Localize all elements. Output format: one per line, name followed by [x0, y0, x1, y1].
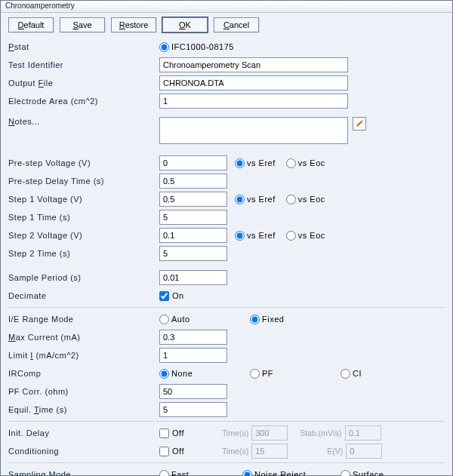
init-delay-stab-input[interactable] [345, 425, 381, 441]
label-equil-time: Equil. Time (s) [8, 405, 159, 414]
ircomp-pf-label: PF [262, 369, 330, 378]
label-ircomp: IRComp [8, 369, 159, 378]
step2-vs-eoc-label: vs Eoc [298, 231, 325, 240]
label-pf-corr: PF Corr. (ohm) [8, 387, 159, 396]
limit-i-input[interactable] [159, 348, 227, 363]
label-sample-period: Sample Period (s) [8, 273, 159, 282]
conditioning-checkbox[interactable] [159, 447, 169, 456]
step1-voltage-input[interactable] [159, 192, 227, 207]
init-delay-time-input[interactable] [251, 425, 288, 441]
default-button[interactable]: Default [8, 17, 54, 32]
sampling-fast-label: Fast [171, 470, 232, 476]
cancel-button[interactable]: Cancel [214, 17, 259, 32]
label-prestep-delay: Pre-step Delay Time (s) [8, 177, 159, 186]
label-pstat: Pstat [8, 42, 159, 51]
ircomp-pf-radio[interactable] [250, 369, 260, 379]
window-title: Chronoamperometry [5, 2, 75, 10]
label-output-file: Output File [8, 78, 159, 88]
step1-vs-eref-radio[interactable] [235, 195, 245, 204]
label-notes: Notes... [8, 117, 159, 126]
conditioning-time-label: Time(s) [222, 447, 248, 456]
decimate-on-label: On [172, 291, 184, 300]
label-init-delay: Init. Delay [8, 428, 159, 438]
step1-vs-eref-label: vs Eref [247, 195, 276, 204]
step1-vs-eoc-radio[interactable] [286, 195, 296, 204]
ircomp-ci-radio[interactable] [341, 369, 350, 379]
label-test-identifier: Test Identifier [8, 60, 159, 69]
sampling-surface-radio[interactable] [341, 470, 350, 477]
notes-wand-button[interactable] [353, 117, 366, 131]
conditioning-time-input[interactable] [251, 444, 288, 459]
label-ie-range: I/E Range Mode [8, 315, 159, 324]
save-button[interactable]: Save [60, 17, 105, 32]
prestep-vs-eref-label: vs Eref [247, 158, 276, 167]
label-step2-voltage: Step 2 Voltage (V) [8, 231, 159, 240]
label-step1-time: Step 1 Time (s) [8, 213, 159, 222]
max-current-input[interactable] [159, 330, 227, 345]
step1-time-input[interactable] [159, 210, 227, 225]
step2-time-input[interactable] [159, 246, 227, 261]
ie-fixed-radio[interactable] [250, 315, 260, 324]
init-delay-checkbox[interactable] [159, 428, 169, 438]
init-delay-stab-label: Stab.(mV/s) [300, 428, 341, 438]
output-file-input[interactable] [159, 75, 348, 91]
sample-period-input[interactable] [159, 270, 227, 285]
prestep-vs-eoc-radio[interactable] [286, 158, 296, 168]
step2-voltage-input[interactable] [159, 228, 227, 243]
label-step1-voltage: Step 1 Voltage (V) [8, 195, 159, 204]
sampling-fast-radio[interactable] [159, 470, 169, 477]
ie-auto-radio[interactable] [159, 315, 169, 324]
step2-vs-eoc-radio[interactable] [286, 231, 296, 241]
svg-line-0 [357, 121, 362, 126]
ircomp-none-radio[interactable] [159, 369, 169, 379]
wand-icon [355, 119, 364, 128]
conditioning-ev-label: E(V) [327, 447, 343, 456]
conditioning-ev-input[interactable] [346, 444, 382, 459]
init-delay-time-label: Time(s) [222, 428, 248, 438]
toolbar: Default Save Restore OK Cancel [8, 17, 445, 32]
pstat-device: IFC1000-08175 [171, 42, 234, 51]
label-electrode-area: Electrode Area (cm^2) [8, 97, 159, 106]
equil-time-input[interactable] [159, 402, 227, 417]
ie-auto-label: Auto [171, 315, 239, 324]
step2-vs-eref-label: vs Eref [247, 231, 276, 240]
label-sampling-mode: Sampling Mode [8, 470, 159, 476]
test-identifier-input[interactable] [159, 57, 348, 72]
prestep-delay-input[interactable] [159, 174, 227, 189]
label-conditioning: Conditioning [8, 447, 159, 456]
notes-input[interactable] [159, 117, 348, 144]
electrode-area-input[interactable] [159, 94, 348, 109]
init-delay-off-label: Off [172, 428, 199, 438]
ie-fixed-label: Fixed [262, 315, 284, 324]
sampling-surface-label: Surface [353, 470, 384, 476]
dialog-window: Chronoamperometry Default Save Restore O… [0, 0, 453, 476]
step1-vs-eoc-label: vs Eoc [298, 195, 325, 204]
pstat-radio[interactable] [159, 42, 169, 52]
prestep-vs-eoc-label: vs Eoc [298, 158, 325, 167]
label-step2-time: Step 2 Time (s) [8, 249, 159, 258]
ok-button[interactable]: OK [162, 17, 208, 32]
sampling-noise-label: Noise Reject [254, 470, 330, 476]
label-max-current: Max Current (mA) [8, 333, 159, 342]
step2-vs-eref-radio[interactable] [235, 231, 245, 241]
dialog-content: Default Save Restore OK Cancel Pstat IFC… [1, 13, 452, 476]
sampling-noise-radio[interactable] [242, 470, 252, 477]
conditioning-off-label: Off [172, 447, 199, 456]
label-decimate: Decimate [8, 291, 159, 300]
pf-corr-input[interactable] [159, 384, 227, 399]
prestep-vs-eref-radio[interactable] [235, 158, 245, 168]
label-prestep-voltage: Pre-step Voltage (V) [8, 158, 159, 167]
decimate-checkbox[interactable] [159, 291, 169, 301]
ircomp-ci-label: CI [353, 369, 362, 378]
prestep-voltage-input[interactable] [159, 155, 227, 170]
restore-button[interactable]: Restore [111, 17, 156, 32]
titlebar: Chronoamperometry [1, 1, 452, 13]
ircomp-none-label: None [171, 369, 239, 378]
label-limit-i: Limit I (mA/cm^2) [8, 351, 159, 360]
